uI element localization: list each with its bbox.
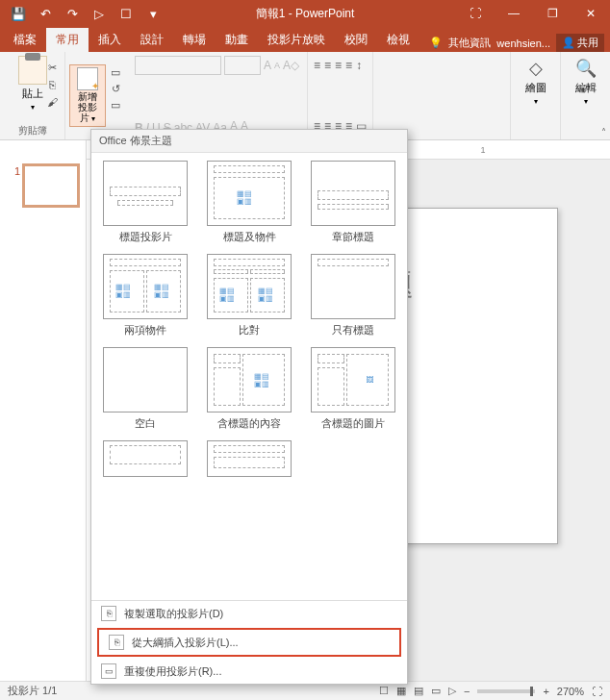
tab-view[interactable]: 檢視 [377,28,419,52]
quick-access-toolbar: 💾 ↶ ↷ ▷ ☐ ▾ [0,2,165,25]
clipboard-group: 貼上 ▾ ✂ ⎘ 🖌 剪貼簿 [0,52,65,139]
layout-label: 標題投影片 [119,230,172,244]
tell-me-label[interactable]: 其他資訊 [448,36,491,50]
user-account[interactable]: wenhsien... [496,38,550,49]
reset-button[interactable]: ↺ [108,81,123,96]
redo-button[interactable]: ↷ [60,2,85,25]
new-slide-icon [77,67,98,90]
slide-thumbnail-1[interactable]: 1 [0,165,86,206]
format-painter-button[interactable]: 🖌 [44,94,60,110]
clear-format-button[interactable]: A◇ [283,59,299,72]
ribbon-tabs: 檔案 常用 插入 設計 轉場 動畫 投影片放映 校閱 檢視 💡 其他資訊 wen… [0,27,610,52]
layout-button[interactable]: ▭ [108,64,123,80]
layout-blank[interactable]: 空白 [99,347,191,431]
share-icon: 👤 [562,37,575,49]
zoom-in-button[interactable]: + [543,686,548,697]
layout-comparison[interactable]: ▦▤▣▥ ▦▤▣▥ 比對 [203,254,295,338]
chevron-down-icon: ▾ [91,114,95,123]
ruler-mark: 1 [480,145,485,155]
layout-content-caption[interactable]: ▦▤▣▥ 含標題的內容 [203,347,295,431]
tab-home[interactable]: 常用 [46,28,89,52]
slides-from-outline-command[interactable]: ⎘ 從大綱插入投影片(L)... [97,628,401,657]
tab-slideshow[interactable]: 投影片放映 [258,28,335,52]
reuse-label: 重複使用投影片(R)... [124,664,221,679]
qat-customize-icon[interactable]: ▾ [140,2,165,25]
layout-extra-1[interactable] [99,440,191,477]
layout-title-slide[interactable]: 標題投影片 [99,161,191,244]
drawing-label[interactable]: 繪圖 [525,81,546,95]
copy-button[interactable]: ⎘ [44,77,60,92]
reading-view-button[interactable]: ▭ [431,685,441,697]
gallery-header: Office 佈景主題 [91,130,407,153]
gallery-footer: ⎘ 複製選取的投影片(D) ⎘ 從大綱插入投影片(L)... ▭ 重複使用投影片… [91,600,407,684]
restore-button[interactable]: ❐ [533,0,572,27]
tab-insert[interactable]: 插入 [89,28,131,52]
shapes-icon[interactable]: ◇ [529,58,543,79]
share-label: 共用 [577,36,598,50]
bullets-button[interactable]: ≡ [314,59,320,72]
reuse-icon: ▭ [101,663,116,679]
notes-button[interactable]: ☐ [379,685,389,697]
clipboard-side: ✂ ⎘ 🖌 [44,60,60,110]
cut-button[interactable]: ✂ [44,60,60,75]
tab-file[interactable]: 檔案 [4,28,46,52]
tab-review[interactable]: 校閱 [335,28,377,52]
save-button[interactable]: 💾 [6,2,31,25]
slide-side-buttons: ▭ ↺ ▭ [108,64,123,127]
layout-label: 含標題的圖片 [321,416,385,431]
layout-label: 只有標題 [332,323,374,338]
reuse-slides-command[interactable]: ▭ 重複使用投影片(R)... [91,659,407,684]
layout-label: 標題及物件 [223,230,276,244]
font-name-combo[interactable] [135,56,221,75]
ribbon-display-options-button[interactable]: ⛶ [456,0,495,27]
sorter-view-button[interactable]: ▤ [414,685,423,697]
tab-design[interactable]: 設計 [131,28,173,52]
layout-picture-caption[interactable]: 🖼 含標題的圖片 [307,347,399,431]
share-button[interactable]: 👤共用 [556,34,604,52]
section-button[interactable]: ▭ [108,97,123,112]
paragraph-group: ≡ ≡ ≡ ≡ ↕ ≡ ≡ ≡ ≡ ▭ [308,52,373,139]
layout-title-only[interactable]: 只有標題 [307,254,399,338]
duplicate-icon: ⎘ [101,606,116,621]
start-slideshow-button[interactable]: ▷ [87,2,112,25]
normal-view-button[interactable]: ▦ [396,685,406,697]
undo-button[interactable]: ↶ [33,2,58,25]
window-controls: ⛶ — ❐ ✕ [456,0,610,27]
zoom-level[interactable]: 270% [557,686,584,697]
tell-me-icon[interactable]: 💡 [429,37,443,49]
zoom-out-button[interactable]: − [464,686,470,697]
chevron-down-icon: ▾ [534,97,538,106]
slide-number: 1 [14,165,20,206]
zoom-slider[interactable] [477,689,535,693]
fit-to-window-button[interactable]: ⛶ [592,686,602,697]
layout-two-content[interactable]: ▦▤▣▥ ▦▤▣▥ 兩項物件 [99,254,191,338]
title-bar: 💾 ↶ ↷ ▷ ☐ ▾ 簡報1 - PowerPoint ⛶ — ❐ ✕ [0,0,610,27]
find-icon[interactable]: 🔍 [575,58,597,79]
decrease-font-button[interactable]: A [274,61,280,70]
layout-section-header[interactable]: 章節標題 [307,161,399,244]
layout-label: 空白 [135,416,156,431]
duplicate-label: 複製選取的投影片(D) [124,607,223,621]
increase-font-button[interactable]: A [264,59,271,72]
layout-title-content[interactable]: ▦▤▣▥ 標題及物件 [203,161,295,244]
collapse-ribbon-button[interactable]: ˄ [601,127,606,138]
tab-animations[interactable]: 動畫 [216,28,258,52]
minimize-button[interactable]: — [495,0,533,27]
new-slide-gallery: Office 佈景主題 標題投影片 ▦▤▣▥ 標題及物件 章節標題 [90,129,408,685]
new-slide-label1: 新增 [78,91,97,102]
close-button[interactable]: ✕ [572,0,610,27]
text-direction-button[interactable]: ↕ [356,59,362,72]
slideshow-view-button[interactable]: ▷ [448,685,456,697]
gallery-grid: 標題投影片 ▦▤▣▥ 標題及物件 章節標題 ▦▤▣▥ ▦▤▣ [91,153,407,600]
new-slide-button[interactable]: 新增投影片 ▾ [69,64,106,127]
tab-transitions[interactable]: 轉場 [173,28,216,52]
editing-label[interactable]: 編輯 [575,81,597,95]
increase-indent-button[interactable]: ≡ [345,59,352,72]
font-size-combo[interactable] [224,56,261,75]
decrease-indent-button[interactable]: ≡ [335,59,342,72]
numbering-button[interactable]: ≡ [324,59,331,72]
layout-label: 比對 [239,323,260,338]
touch-mode-button[interactable]: ☐ [114,2,139,25]
duplicate-slides-command[interactable]: ⎘ 複製選取的投影片(D) [91,601,407,626]
layout-extra-2[interactable] [203,440,295,477]
